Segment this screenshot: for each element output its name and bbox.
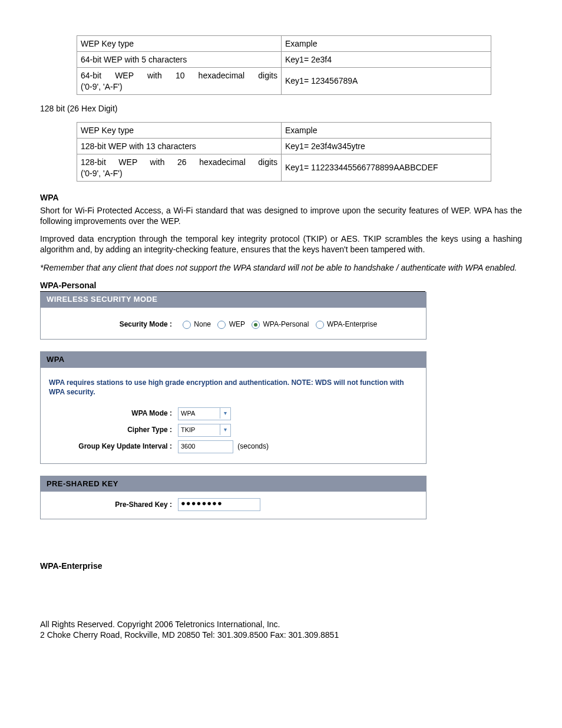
paragraph: Short for Wi-Fi Protected Access, a Wi-F…: [40, 205, 522, 226]
radio-label: WPA-Personal: [263, 320, 309, 328]
chevron-down-icon: ▾: [220, 424, 230, 435]
heading-wpa: WPA: [40, 192, 522, 203]
select-wpa-mode[interactable]: WPA▾: [178, 407, 231, 420]
table-64bit: WEP Key type Example 64-bit WEP with 5 c…: [77, 35, 491, 95]
radio-label: WEP: [229, 320, 245, 328]
panel-title: WPA: [41, 352, 426, 368]
table-cell: Key1= 112233445566778899AABBCDEF: [282, 154, 491, 181]
input-group-key-interval[interactable]: 3600: [178, 440, 233, 453]
paragraph: Improved data encryption through the tem…: [40, 233, 522, 255]
panel-title: WIRELESS SECURITY MODE: [41, 292, 426, 308]
radio-group-security-mode: None WEP WPA-Personal WPA-Enterprise: [176, 318, 418, 331]
select-cipher-type[interactable]: TKIP▾: [178, 424, 231, 437]
table-cell: Key1= 2e3f4w345ytre: [282, 139, 491, 154]
panel-preshared-key: PRE-SHARED KEY Pre-Shared Key : ●●●●●●●●: [40, 476, 427, 520]
heading-wpa-enterprise: WPA-Enterprise: [40, 561, 522, 571]
radio-label: None: [194, 320, 211, 328]
table-cell-line: ('0-9', 'A-F'): [81, 169, 123, 178]
label-security-mode: Security Mode :: [49, 318, 176, 331]
label-preshared-key: Pre-Shared Key :: [49, 496, 176, 513]
heading-wpa-personal: WPA-Personal: [40, 280, 425, 292]
table-cell-line: 128-bit WEP with 26 hexadecimal digits: [81, 157, 277, 167]
wpa-note: WPA requires stations to use high grade …: [49, 378, 418, 397]
note-128bit: 128 bit (26 Hex Digit): [40, 103, 522, 114]
chevron-down-icon: ▾: [220, 408, 230, 419]
table-header-example: Example: [282, 36, 491, 52]
footer-line: 2 Choke Cherry Road, Rockville, MD 20850…: [40, 630, 522, 640]
table-header-keytype: WEP Key type: [77, 122, 282, 138]
table-cell: 64-bit WEP with 10 hexadecimal digits ('…: [77, 68, 282, 94]
table-128bit: WEP Key type Example 128-bit WEP with 13…: [77, 122, 491, 182]
label-wpa-mode: WPA Mode :: [49, 406, 176, 422]
radio-label: WPA-Enterprise: [327, 320, 377, 328]
table-cell: 128-bit WEP with 13 characters: [77, 139, 282, 154]
table-cell: Key1= 2e3f4: [282, 52, 491, 68]
input-preshared-key[interactable]: ●●●●●●●●: [178, 498, 260, 511]
table-cell: Key1= 123456789A: [282, 68, 491, 94]
table-cell: 64-bit WEP with 5 characters: [77, 52, 282, 68]
panel-wpa: WPA WPA requires stations to use high gr…: [40, 351, 427, 463]
label-cipher-type: Cipher Type :: [49, 422, 176, 439]
unit-label: (seconds): [237, 442, 269, 450]
table-cell: 128-bit WEP with 26 hexadecimal digits (…: [77, 154, 282, 181]
radio-wep[interactable]: [217, 321, 226, 329]
radio-wpa-enterprise[interactable]: [316, 321, 324, 329]
paragraph-note: *Remember that any client that does not …: [40, 262, 522, 273]
select-value: TKIP: [178, 424, 220, 435]
label-group-key-interval: Group Key Update Interval :: [49, 439, 176, 455]
table-cell-line: ('0-9', 'A-F'): [81, 82, 123, 91]
radio-none[interactable]: [183, 321, 191, 329]
footer: All Rights Reserved. Copyright 2006 Tele…: [40, 619, 522, 640]
table-header-example: Example: [282, 122, 491, 138]
select-value: WPA: [178, 408, 220, 419]
radio-wpa-personal[interactable]: [252, 321, 260, 329]
panel-title: PRE-SHARED KEY: [41, 476, 426, 492]
panel-security-mode: WIRELESS SECURITY MODE Security Mode : N…: [40, 292, 427, 340]
table-cell-line: 64-bit WEP with 10 hexadecimal digits: [81, 70, 277, 81]
footer-line: All Rights Reserved. Copyright 2006 Tele…: [40, 619, 522, 630]
table-header-keytype: WEP Key type: [77, 36, 282, 52]
